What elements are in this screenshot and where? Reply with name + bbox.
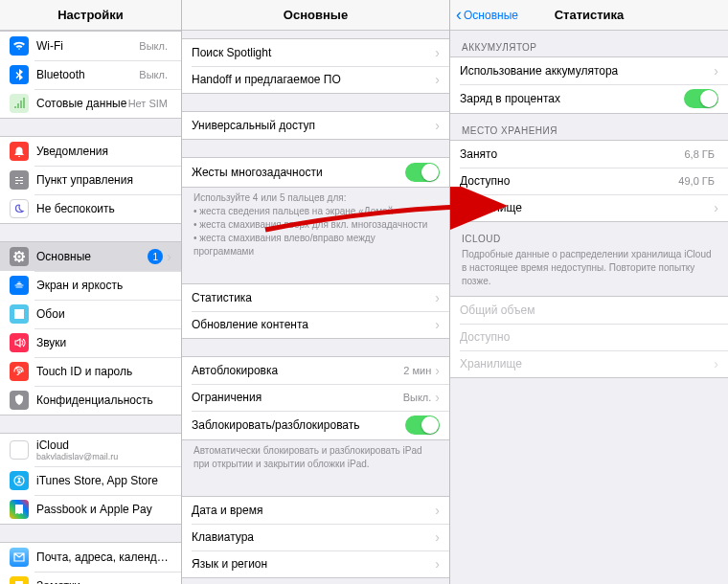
chevron-right-icon: › <box>714 356 718 371</box>
general-row[interactable]: Дата и время› <box>182 497 449 524</box>
sidebar-item-cellular[interactable]: Сотовые данныеНет SIM <box>0 89 181 118</box>
group-footer: Автоматически блокировать и разблокирова… <box>182 440 449 479</box>
sidebar-title: Настройки <box>57 8 124 22</box>
sidebar-item-label: Passbook и Apple Pay <box>36 503 171 516</box>
sidebar-item-sounds[interactable]: Звуки <box>0 328 181 357</box>
row-value: 6,8 ГБ <box>684 148 715 160</box>
sidebar-item-value: Выкл. <box>139 69 168 80</box>
display-icon <box>10 276 29 295</box>
chevron-right-icon: › <box>435 45 440 60</box>
row-value: 2 мин <box>403 365 431 376</box>
privacy-icon <box>10 391 29 410</box>
row-label: Использование аккумулятора <box>460 64 714 78</box>
row-label: Ограничения <box>192 391 403 404</box>
general-row[interactable]: Статистика› <box>182 284 449 311</box>
sidebar-item-label: Обои <box>36 307 171 321</box>
general-row[interactable]: Заблокировать/разблокировать <box>182 411 449 439</box>
sidebar-item-controlcenter[interactable]: Пункт управления <box>0 166 181 194</box>
row-label: Язык и регион <box>192 557 435 571</box>
sidebar-item-touchid[interactable]: Touch ID и пароль <box>0 357 181 386</box>
sidebar-item-label: Уведомления <box>36 145 171 158</box>
general-pane: Основные Поиск Spotlight›Handoff и предл… <box>182 0 450 584</box>
general-row[interactable]: Handoff и предлагаемое ПО› <box>182 66 449 93</box>
usage-row[interactable]: Доступно49,0 ГБ <box>450 168 728 194</box>
usage-row[interactable]: Хранилище› <box>450 194 728 221</box>
icloud-icon <box>10 440 29 460</box>
general-row[interactable]: ОграниченияВыкл.› <box>182 384 449 411</box>
sidebar-item-label: Не беспокоить <box>36 202 171 215</box>
sidebar-item-dnd[interactable]: Не беспокоить <box>0 194 181 223</box>
sidebar-item-value: Выкл. <box>139 40 168 52</box>
sidebar-item-value: Нет SIM <box>128 98 168 109</box>
section-header: ICLOUD <box>450 222 728 248</box>
notes-icon <box>10 576 29 584</box>
general-row[interactable]: Язык и регион› <box>182 550 449 577</box>
row-value: 49,0 ГБ <box>678 175 715 187</box>
touchid-icon <box>10 362 29 381</box>
chevron-right-icon: › <box>435 363 440 378</box>
row-label: Доступно <box>460 174 678 188</box>
settings-sidebar: Настройки Wi-FiВыкл.BluetoothВыкл.Сотовы… <box>0 0 182 584</box>
sidebar-item-mail[interactable]: Почта, адреса, календари <box>0 543 181 572</box>
sounds-icon <box>10 333 29 352</box>
usage-header: ‹ Основные Статистика <box>450 0 728 31</box>
sidebar-item-label: iTunes Store, App Store <box>36 474 171 487</box>
general-row[interactable]: Автоблокировка2 мин› <box>182 357 449 384</box>
general-row[interactable]: Жесты многозадачности <box>182 158 449 187</box>
sidebar-item-label: Сотовые данные <box>36 97 128 110</box>
chevron-right-icon: › <box>435 503 440 518</box>
toggle-switch[interactable] <box>684 89 718 108</box>
usage-row: Общий объем <box>450 297 728 324</box>
toggle-switch[interactable] <box>405 163 440 182</box>
row-label: Статистика <box>192 291 435 304</box>
row-label: Заряд в процентах <box>460 92 684 105</box>
usage-row[interactable]: Заряд в процентах <box>450 84 728 113</box>
general-header: Основные <box>182 0 449 31</box>
row-label: Автоблокировка <box>192 364 403 377</box>
sidebar-item-display[interactable]: Экран и яркость <box>0 271 181 300</box>
row-label: Хранилище <box>460 357 714 371</box>
sidebar-item-label: Заметки <box>36 579 171 584</box>
back-button[interactable]: ‹ Основные <box>456 5 518 25</box>
general-icon <box>10 247 29 266</box>
sidebar-item-wallpaper[interactable]: Обои <box>0 300 181 328</box>
general-row[interactable]: Универсальный доступ› <box>182 112 449 139</box>
passbook-icon <box>10 500 29 519</box>
general-row[interactable]: Обновление контента› <box>182 311 449 338</box>
sidebar-item-icloud[interactable]: iCloudbakvladislav@mail.ru <box>0 434 181 466</box>
sidebar-item-passbook[interactable]: Passbook и Apple Pay <box>0 495 181 524</box>
chevron-right-icon: › <box>435 118 440 133</box>
badge: 1 <box>148 249 163 264</box>
usage-row[interactable]: Занято6,8 ГБ <box>450 141 728 168</box>
section-header: АККУМУЛЯТОР <box>450 31 728 56</box>
row-label: Доступно <box>460 330 718 344</box>
usage-row[interactable]: Использование аккумулятора› <box>450 57 728 84</box>
wallpaper-icon <box>10 304 29 324</box>
group-footer: Используйте 4 или 5 пальцев для:• жеста … <box>182 188 449 266</box>
sidebar-item-label: Пункт управления <box>36 173 171 187</box>
chevron-left-icon: ‹ <box>456 5 462 25</box>
sidebar-item-appstore[interactable]: iTunes Store, App Store <box>0 466 181 495</box>
chevron-right-icon: › <box>435 317 440 332</box>
sidebar-item-general[interactable]: Основные1› <box>0 242 181 271</box>
sidebar-item-label: Почта, адреса, календари <box>36 550 171 564</box>
sidebar-item-label: Wi-Fi <box>36 39 139 53</box>
sidebar-item-privacy[interactable]: Конфиденциальность <box>0 386 181 415</box>
appstore-icon <box>10 471 29 490</box>
wifi-icon <box>10 36 29 56</box>
sidebar-item-bluetooth[interactable]: BluetoothВыкл. <box>0 60 181 89</box>
row-label: Клавиатура <box>192 530 435 544</box>
sidebar-item-notifications[interactable]: Уведомления <box>0 137 181 166</box>
sidebar-item-wifi[interactable]: Wi-FiВыкл. <box>0 32 181 60</box>
chevron-right-icon: › <box>435 390 440 405</box>
section-header: МЕСТО ХРАНЕНИЯ <box>450 114 728 140</box>
sidebar-item-label: Bluetooth <box>36 68 139 81</box>
sidebar-item-label: Основные <box>36 250 148 263</box>
row-label: Дата и время <box>192 504 435 517</box>
usage-title: Статистика <box>555 8 625 22</box>
sidebar-item-notes[interactable]: Заметки <box>0 572 181 584</box>
toggle-switch[interactable] <box>405 416 440 435</box>
row-label: Общий объем <box>460 303 718 317</box>
general-row[interactable]: Клавиатура› <box>182 524 449 550</box>
general-row[interactable]: Поиск Spotlight› <box>182 39 449 66</box>
